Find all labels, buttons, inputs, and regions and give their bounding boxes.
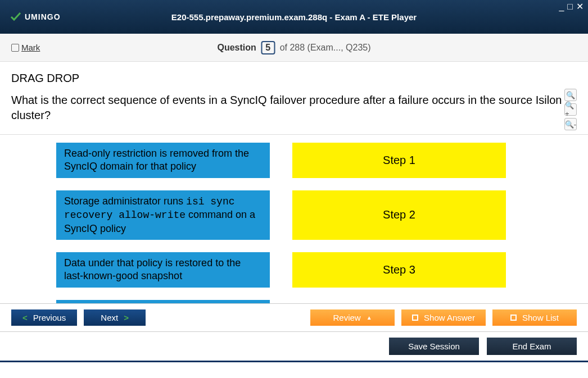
save-session-button[interactable]: Save Session (389, 338, 479, 355)
next-label: Next (101, 313, 118, 322)
review-label: Review (333, 313, 360, 322)
search-icon[interactable]: 🔍 (564, 89, 577, 101)
nav-bar: <Previous Next> Review▲ Show Answer Show… (0, 303, 588, 331)
app-logo: UMINGO (9, 10, 61, 24)
question-bar: Mark Question 5 of 288 (Exam..., Q235) (0, 34, 588, 62)
drop-slot[interactable]: Step 3 (292, 252, 506, 288)
next-button[interactable]: Next> (84, 309, 146, 326)
drop-slot[interactable]: Step 1 (292, 143, 506, 178)
square-icon (510, 315, 517, 321)
drag-row: Data under that policy is restored to th… (56, 252, 532, 288)
drag-row: Read-only restriction is removed from th… (56, 143, 532, 178)
review-button[interactable]: Review▲ (310, 309, 395, 326)
triangle-up-icon: ▲ (367, 315, 372, 321)
mark-label: Mark (21, 43, 40, 52)
end-exam-button[interactable]: End Exam (487, 338, 577, 355)
checkbox-icon[interactable] (11, 44, 19, 52)
show-answer-button[interactable]: Show Answer (401, 309, 486, 326)
zoom-in-icon[interactable]: 🔍+ (564, 103, 577, 116)
question-type: DRAG DROP (11, 72, 577, 85)
window-title: E20-555.prepaway.premium.exam.288q - Exa… (171, 12, 417, 22)
drag-item[interactable] (56, 300, 270, 303)
drag-row: Storage administrator runs isi sync reco… (56, 190, 532, 240)
mark-checkbox[interactable]: Mark (11, 43, 40, 52)
square-icon (412, 315, 418, 321)
minimize-icon[interactable]: _ (559, 2, 564, 11)
bottom-bar: Save Session End Exam (0, 331, 588, 361)
show-list-label: Show List (522, 313, 559, 322)
drag-item[interactable]: Read-only restriction is removed from th… (56, 143, 270, 178)
footer-line (0, 361, 588, 362)
drop-slot[interactable]: Step 2 (292, 190, 506, 240)
maximize-icon[interactable]: □ (567, 2, 573, 11)
show-list-button[interactable]: Show List (492, 309, 577, 326)
chevron-left-icon: < (22, 313, 28, 322)
question-text: What is the correct sequence of events i… (11, 93, 577, 123)
show-answer-label: Show Answer (424, 313, 475, 322)
chevron-right-icon: > (124, 313, 129, 322)
window-controls: _ □ ✕ (559, 2, 584, 11)
brand-text: UMINGO (25, 12, 61, 21)
question-total: of 288 (Exam..., Q235) (280, 43, 371, 52)
drag-item[interactable]: Storage administrator runs isi sync reco… (56, 190, 270, 240)
question-area: DRAG DROP What is the correct sequence o… (0, 62, 588, 135)
previous-button[interactable]: <Previous (11, 309, 77, 326)
question-label: Question (217, 43, 256, 52)
zoom-out-icon[interactable]: 🔍- (564, 118, 577, 130)
question-info: Question 5 of 288 (Exam..., Q235) (217, 41, 370, 54)
zoom-tools: 🔍 🔍+ 🔍- (564, 89, 577, 130)
drag-drop-area: Read-only restriction is removed from th… (0, 135, 588, 303)
close-icon[interactable]: ✕ (576, 2, 584, 11)
check-icon (9, 10, 22, 24)
drag-item[interactable]: Data under that policy is restored to th… (56, 252, 270, 288)
title-bar: UMINGO E20-555.prepaway.premium.exam.288… (0, 0, 588, 34)
question-number[interactable]: 5 (261, 41, 275, 54)
previous-label: Previous (33, 313, 66, 322)
